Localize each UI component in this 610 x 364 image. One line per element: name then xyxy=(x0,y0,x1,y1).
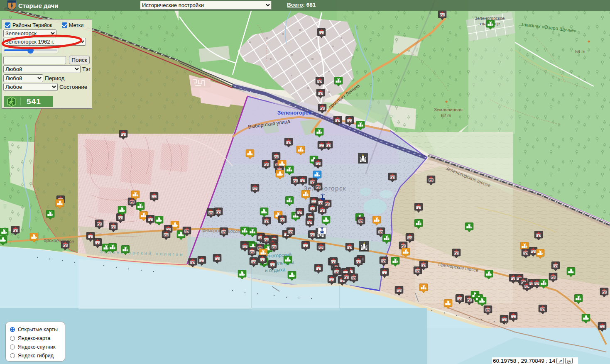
svg-text:62 m: 62 m xyxy=(441,113,451,118)
svg-text:59 m: 59 m xyxy=(575,49,585,54)
svg-text:Зеленогорск: Зеленогорск xyxy=(277,110,311,116)
svg-text:Зеленогорск: Зеленогорск xyxy=(304,185,346,192)
svg-text:Земляничная: Земляничная xyxy=(434,107,463,112)
